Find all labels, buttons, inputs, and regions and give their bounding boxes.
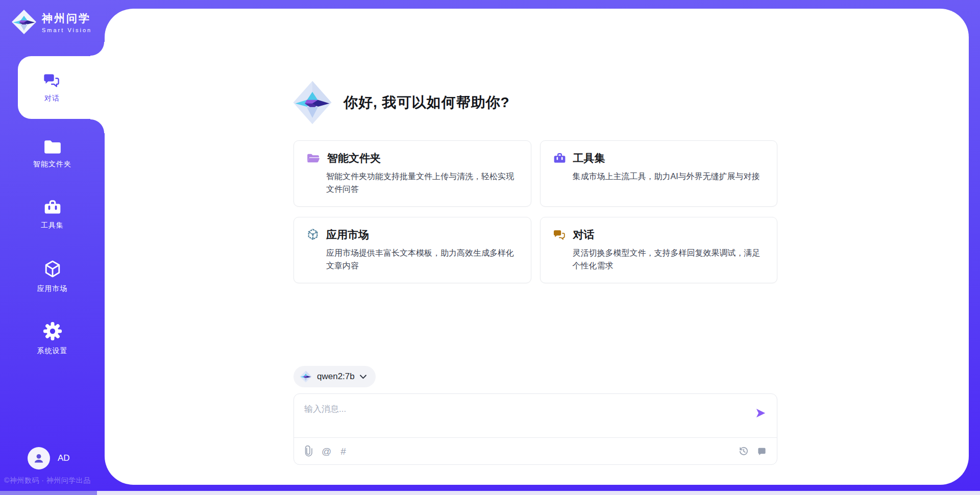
chat-bubble-icon (757, 447, 767, 456)
paperclip-icon (304, 445, 312, 457)
sidebar-item-label: 应用市场 (37, 284, 68, 293)
sidebar-item-smart-folder[interactable]: 智能文件夹 (10, 139, 94, 169)
model-diamond-icon (300, 370, 312, 383)
message-input[interactable] (304, 403, 738, 433)
card-smart-folder[interactable]: 智能文件夹 智能文件夹功能支持批量文件上传与清洗，轻松实现文件问答 (293, 140, 531, 207)
composer-toolbar: @ # (294, 438, 777, 464)
feedback-button[interactable] (757, 447, 767, 456)
greeting: 你好, 我可以如何帮助你? (292, 80, 510, 125)
card-title: 应用市场 (326, 228, 369, 242)
sidebar-item-toolset[interactable]: 工具集 (10, 199, 94, 230)
brand-name: 神州问学 (42, 11, 92, 26)
assistant-diamond-icon (292, 80, 332, 125)
chat-icon (553, 229, 567, 241)
message-composer: @ # (293, 393, 777, 465)
send-icon (755, 407, 767, 419)
at-icon: @ (322, 447, 331, 456)
feature-cards: 智能文件夹 智能文件夹功能支持批量文件上传与清洗，轻松实现文件问答 工具集 集成… (293, 140, 777, 283)
horizontal-scrollbar[interactable] (0, 491, 980, 495)
tab-curve-top (90, 42, 105, 56)
copyright-text: ©神州数码 · 神州问学出品 (4, 476, 91, 485)
scrollbar-thumb[interactable] (0, 491, 97, 495)
sidebar-item-settings[interactable]: 系统设置 (10, 320, 94, 356)
cube-icon (42, 259, 63, 280)
card-title: 对话 (573, 228, 595, 242)
card-description: 智能文件夹功能支持批量文件上传与清洗，轻松实现文件问答 (326, 170, 519, 196)
brand-subtitle: Smart Vision (42, 27, 92, 33)
gear-icon (42, 320, 63, 342)
card-app-market[interactable]: 应用市场 应用市场提供丰富长文本模板，助力高效生成多样化文章内容 (293, 217, 531, 283)
folder-open-icon (306, 152, 321, 165)
topic-button[interactable]: # (340, 447, 346, 456)
chat-icon (42, 72, 62, 89)
toolbox-icon (553, 152, 567, 165)
folder-icon (43, 139, 62, 155)
sidebar-item-app-market[interactable]: 应用市场 (10, 259, 94, 293)
tab-curve-bottom (90, 119, 105, 133)
main-panel: 你好, 我可以如何帮助你? 智能文件夹 智能文件夹功能支持批量文件上传与清洗，轻… (105, 9, 969, 485)
card-title: 智能文件夹 (327, 151, 381, 165)
cube-icon (306, 228, 320, 241)
sidebar-item-label: 对话 (44, 94, 60, 103)
sidebar-item-chat[interactable]: 对话 (18, 56, 105, 119)
history-clock-icon (739, 446, 749, 456)
briefcase-icon (43, 199, 62, 216)
chevron-down-icon (360, 375, 366, 379)
sidebar-item-label: 智能文件夹 (33, 160, 71, 169)
avatar (28, 447, 50, 469)
attach-file-button[interactable] (304, 445, 312, 457)
history-button[interactable] (739, 446, 749, 456)
mention-button[interactable]: @ (322, 447, 331, 456)
card-toolset[interactable]: 工具集 集成市场上主流工具，助力AI与外界无缝扩展与对接 (540, 140, 778, 207)
sidebar-item-label: 工具集 (41, 221, 64, 230)
send-button[interactable] (755, 407, 767, 420)
model-selector[interactable]: qwen2:7b (293, 366, 376, 387)
model-name: qwen2:7b (317, 372, 355, 382)
user-profile[interactable]: AD (28, 447, 70, 469)
brand-logo: 神州问学 Smart Vision (11, 8, 92, 36)
greeting-title: 你好, 我可以如何帮助你? (344, 93, 510, 112)
card-description: 灵活切换多模型文件，支持多样回复效果调试，满足个性化需求 (573, 247, 765, 273)
card-chat[interactable]: 对话 灵活切换多模型文件，支持多样回复效果调试，满足个性化需求 (540, 217, 778, 283)
card-description: 集成市场上主流工具，助力AI与外界无缝扩展与对接 (573, 170, 765, 183)
sidebar-item-label: 系统设置 (37, 346, 68, 356)
person-icon (32, 452, 45, 465)
hash-icon: # (340, 447, 346, 456)
card-description: 应用市场提供丰富长文本模板，助力高效生成多样化文章内容 (326, 247, 519, 273)
card-title: 工具集 (573, 151, 605, 165)
user-name: AD (58, 453, 70, 463)
brand-diamond-icon (11, 8, 37, 36)
